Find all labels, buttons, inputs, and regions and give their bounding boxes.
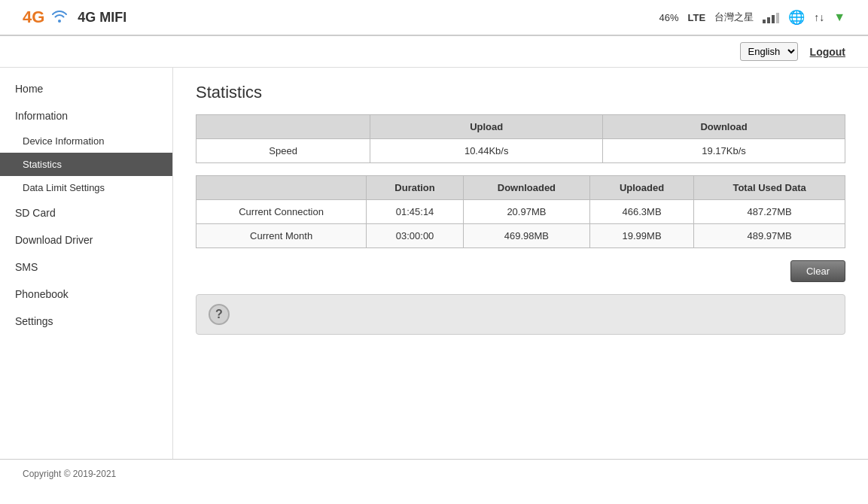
current-connection-label: Current Connection — [196, 200, 367, 224]
sidebar: Home Information Device Information Stat… — [0, 68, 173, 459]
help-icon: ? — [209, 304, 230, 325]
clear-button[interactable]: Clear — [790, 260, 845, 282]
clear-button-row: Clear — [196, 260, 845, 282]
current-month-label: Current Month — [196, 224, 367, 248]
sidebar-item-home[interactable]: Home — [0, 75, 172, 102]
signal-strength-icon: ▼ — [833, 11, 845, 24]
sidebar-item-phonebook[interactable]: Phonebook — [0, 281, 172, 308]
usage-duration-header: Duration — [367, 176, 464, 200]
transfer-icon: ↑↓ — [814, 11, 824, 23]
logo-area: 4G 4G MIFI — [23, 8, 659, 27]
table-row: Current Month 03:00:00 469.98MB 19.99MB … — [196, 224, 845, 248]
current-connection-duration: 01:45:14 — [367, 200, 464, 224]
table-row: Current Connection 01:45:14 20.97MB 466.… — [196, 200, 845, 224]
current-month-uploaded: 19.99MB — [589, 224, 693, 248]
network-type-badge: LTE — [688, 12, 706, 23]
sidebar-item-sd-card[interactable]: SD Card — [0, 199, 172, 226]
current-month-total: 489.97MB — [694, 224, 845, 248]
sidebar-item-device-information[interactable]: Device Information — [0, 129, 172, 153]
usage-downloaded-header: Downloaded — [463, 176, 589, 200]
usage-empty-header — [196, 176, 367, 200]
usage-total-header: Total Used Data — [694, 176, 845, 200]
sidebar-item-data-limit-settings[interactable]: Data Limit Settings — [0, 176, 172, 199]
logo-4g-icon: 4G — [23, 8, 44, 27]
current-connection-total: 487.27MB — [694, 200, 845, 224]
header: 4G 4G MIFI 46% LTE 台灣之星 🌐 ↑↓ ▼ — [0, 0, 868, 36]
current-month-downloaded: 469.98MB — [463, 224, 589, 248]
carrier-name: 台灣之星 — [714, 11, 754, 24]
globe-icon: 🌐 — [788, 9, 805, 26]
content-area: Statistics Upload Download Speed 10.44Kb… — [173, 68, 868, 459]
speed-table-upload-header: Upload — [370, 115, 603, 139]
logout-button[interactable]: Logout — [810, 46, 845, 58]
current-connection-uploaded: 466.3MB — [589, 200, 693, 224]
sidebar-item-settings[interactable]: Settings — [0, 308, 172, 335]
language-select[interactable]: English 中文 — [740, 42, 798, 61]
speed-label: Speed — [196, 139, 370, 163]
current-connection-downloaded: 20.97MB — [463, 200, 589, 224]
usage-table: Duration Downloaded Uploaded Total Used … — [196, 175, 845, 248]
speed-table: Upload Download Speed 10.44Kb/s 19.17Kb/… — [196, 114, 845, 163]
sidebar-item-information[interactable]: Information — [0, 102, 172, 129]
logo-wifi-icon — [50, 9, 69, 26]
app-title: 4G MIFI — [78, 10, 126, 26]
speed-table-empty-header — [196, 115, 370, 139]
signal-percent: 46% — [659, 12, 679, 23]
language-row: English 中文 Logout — [0, 36, 868, 68]
upload-speed-value: 10.44Kb/s — [370, 139, 603, 163]
signal-bars-icon — [763, 11, 779, 23]
sidebar-item-download-driver[interactable]: Download Driver — [0, 226, 172, 254]
help-box: ? — [196, 294, 845, 335]
page-title: Statistics — [196, 83, 845, 102]
usage-uploaded-header: Uploaded — [589, 176, 693, 200]
header-right: 46% LTE 台灣之星 🌐 ↑↓ ▼ — [659, 9, 845, 26]
sidebar-item-statistics[interactable]: Statistics — [0, 153, 172, 176]
copyright-text: Copyright © 2019-2021 — [23, 469, 116, 479]
download-speed-value: 19.17Kb/s — [603, 139, 845, 163]
table-row: Speed 10.44Kb/s 19.17Kb/s — [196, 139, 845, 163]
main-layout: Home Information Device Information Stat… — [0, 68, 868, 459]
speed-table-download-header: Download — [603, 115, 845, 139]
current-month-duration: 03:00:00 — [367, 224, 464, 248]
sidebar-item-sms[interactable]: SMS — [0, 254, 172, 281]
footer: Copyright © 2019-2021 — [0, 459, 868, 488]
